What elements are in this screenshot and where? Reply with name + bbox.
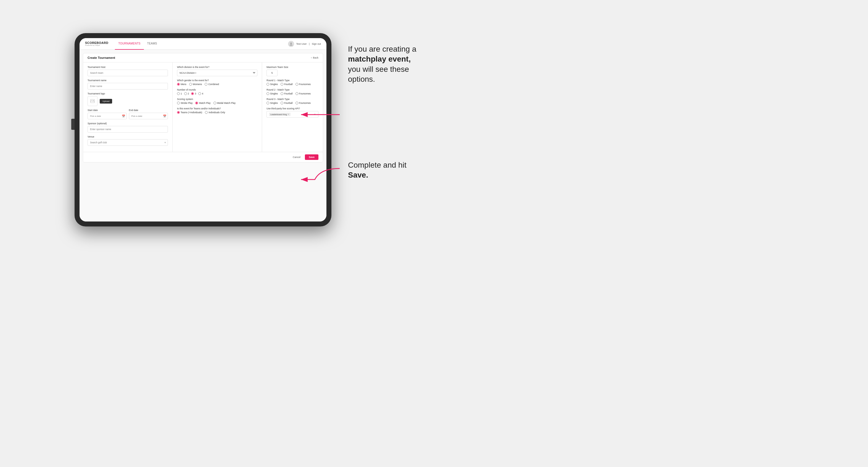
event-teams-radio[interactable]: [177, 111, 180, 114]
sponsor-label: Sponsor (optional): [88, 122, 168, 125]
scoring-match[interactable]: Match Play: [195, 102, 211, 104]
gender-label: Which gender is the event for?: [177, 79, 257, 82]
round2-singles[interactable]: Singles: [267, 92, 278, 95]
round1-singles-radio[interactable]: [267, 83, 269, 86]
svg-point-1: [290, 44, 292, 45]
round3-foursomes[interactable]: Foursomes: [296, 102, 311, 104]
max-team-size-input[interactable]: [267, 70, 278, 76]
annotation-save: Complete and hit Save.: [348, 160, 425, 180]
arrow-matchplay: [293, 106, 342, 123]
scoring-medal-radio[interactable]: [214, 102, 216, 104]
api-tag-close-icon[interactable]: ×: [288, 113, 289, 116]
tournament-logo-group: Tournament logo Upload: [88, 92, 168, 106]
logo-title: SCOREBOARD: [85, 41, 108, 44]
round3-foursomes-label: Foursomes: [299, 102, 311, 104]
round2-fourball[interactable]: Fourball: [281, 92, 293, 95]
max-team-size-label: Maximum Team Size: [267, 66, 318, 68]
round-3[interactable]: 3: [191, 92, 196, 95]
svg-point-0: [290, 42, 292, 44]
tournament-name-input[interactable]: [88, 83, 168, 90]
gender-combined-radio[interactable]: [205, 83, 208, 86]
nav-right: Test User | Sign out: [288, 41, 321, 47]
venue-input[interactable]: [88, 139, 168, 146]
gender-womens-label: Womens: [193, 83, 202, 86]
save-button[interactable]: Save: [305, 154, 318, 160]
tablet-screen: SCOREBOARD Powered by clippit TOURNAMENT…: [80, 38, 327, 221]
round1-foursomes-radio[interactable]: [296, 83, 298, 86]
round1-singles-label: Singles: [270, 83, 278, 86]
tournament-host-group: Tournament Host: [88, 66, 168, 76]
gender-womens[interactable]: Womens: [189, 83, 202, 86]
gender-mens[interactable]: Mens: [177, 83, 186, 86]
cancel-button[interactable]: Cancel: [290, 155, 303, 160]
scoring-stroke-label: Stroke Play: [181, 102, 192, 104]
round1-singles[interactable]: Singles: [267, 83, 278, 86]
tab-tournaments[interactable]: TOURNAMENTS: [115, 38, 144, 50]
rounds-3-radio[interactable]: [191, 92, 194, 95]
tournament-host-input[interactable]: [88, 70, 168, 76]
round3-fourball[interactable]: Fourball: [281, 102, 293, 104]
round2-foursomes[interactable]: Foursomes: [296, 92, 311, 95]
division-select[interactable]: NCAA Division I NCAA Division II NCAA Di…: [177, 70, 257, 76]
event-teams-label: Teams (+Individuals): [181, 111, 202, 114]
event-individuals[interactable]: Individuals Only: [205, 111, 225, 114]
scoring-group: Scoring system Stroke Play Match Play: [177, 98, 257, 104]
round3-fourball-radio[interactable]: [281, 102, 283, 104]
scoring-medal[interactable]: Medal Match Play: [214, 102, 236, 104]
round1-fourball-radio[interactable]: [281, 83, 283, 86]
scoring-stroke[interactable]: Stroke Play: [177, 102, 192, 104]
upload-button[interactable]: Upload: [100, 99, 112, 103]
annotation-matchplay: If you are creating a matchplay event, y…: [348, 44, 425, 85]
round-4[interactable]: 4: [198, 92, 203, 95]
round2-foursomes-radio[interactable]: [296, 92, 298, 95]
round3-match-section: Round 3 - Match Type Singles Fourball: [267, 98, 318, 104]
round3-foursomes-radio[interactable]: [296, 102, 298, 104]
tab-teams[interactable]: TEAMS: [144, 38, 160, 50]
round3-match-title: Round 3 - Match Type: [267, 98, 318, 100]
rounds-2-radio[interactable]: [184, 92, 187, 95]
round1-fourball-label: Fourball: [284, 83, 293, 86]
end-date-input[interactable]: [129, 113, 168, 119]
form-title: Create Tournament: [88, 56, 115, 59]
round3-singles-radio[interactable]: [267, 102, 269, 104]
calendar-icon: 📅: [122, 115, 125, 118]
form-header: Create Tournament ‹ Back: [83, 53, 323, 62]
scoring-match-radio[interactable]: [195, 102, 198, 104]
back-label: Back: [313, 56, 318, 59]
rounds-group: Number of rounds 1 2: [177, 88, 257, 95]
left-column: Tournament Host Tournament name Tourname…: [83, 62, 173, 152]
round2-match-title: Round 2 - Match Type: [267, 88, 318, 91]
end-date-wrap: 📅: [129, 113, 168, 119]
form-footer: Cancel Save: [83, 152, 323, 162]
round-2[interactable]: 2: [184, 92, 189, 95]
scoring-label: Scoring system: [177, 98, 257, 100]
sponsor-group: Sponsor (optional): [88, 122, 168, 132]
scoring-stroke-radio[interactable]: [177, 102, 180, 104]
scoring-medal-label: Medal Match Play: [217, 102, 236, 104]
scoring-match-label: Match Play: [199, 102, 211, 104]
round2-singles-radio[interactable]: [267, 92, 269, 95]
round1-foursomes-label: Foursomes: [299, 83, 311, 86]
event-teams[interactable]: Teams (+Individuals): [177, 111, 202, 114]
gender-mens-radio[interactable]: [177, 83, 180, 86]
rounds-4-radio[interactable]: [198, 92, 201, 95]
max-team-size-group: Maximum Team Size: [267, 66, 318, 76]
round1-foursomes[interactable]: Foursomes: [296, 83, 311, 86]
sign-out-link[interactable]: Sign out: [312, 42, 321, 45]
rounds-1-radio[interactable]: [177, 92, 180, 95]
round2-fourball-radio[interactable]: [281, 92, 283, 95]
venue-select-wrap: ▼: [88, 139, 168, 146]
round-1[interactable]: 1: [177, 92, 182, 95]
svg-point-3: [93, 100, 94, 101]
venue-group: Venue ▼: [88, 135, 168, 146]
end-date-group: End date 📅: [129, 109, 168, 119]
gender-combined[interactable]: Combined: [205, 83, 219, 86]
calendar-icon-2: 📅: [163, 115, 166, 118]
sponsor-input[interactable]: [88, 126, 168, 132]
gender-womens-radio[interactable]: [189, 83, 192, 86]
event-individuals-radio[interactable]: [205, 111, 208, 114]
back-button[interactable]: ‹ Back: [311, 56, 318, 59]
start-date-input[interactable]: [88, 113, 127, 119]
round3-singles[interactable]: Singles: [267, 102, 278, 104]
round1-fourball[interactable]: Fourball: [281, 83, 293, 86]
